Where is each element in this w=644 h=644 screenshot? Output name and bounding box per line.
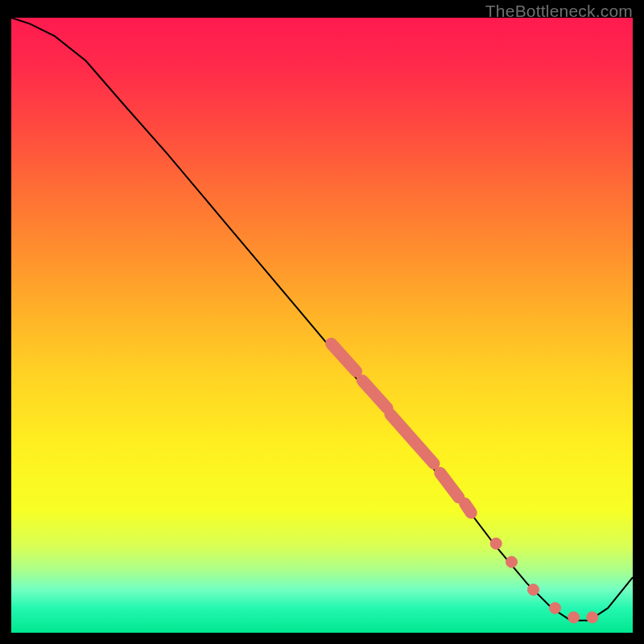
chart-background	[11, 18, 633, 633]
watermark: TheBottleneck.com	[485, 2, 633, 21]
